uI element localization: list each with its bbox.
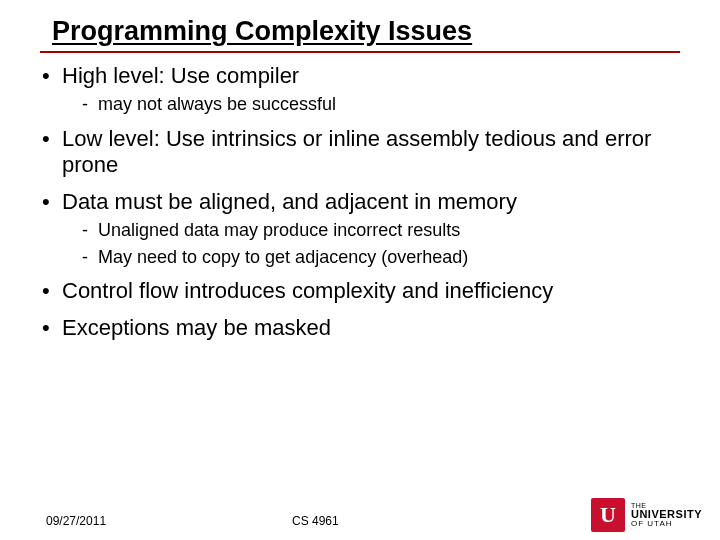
logo-line3: OF UTAH [631, 520, 702, 528]
logo-text: THE UNIVERSITY OF UTAH [631, 502, 702, 528]
university-logo: U THE UNIVERSITY OF UTAH [591, 498, 702, 532]
bullet-list: High level: Use compiler may not always … [40, 63, 680, 341]
slide-title: Programming Complexity Issues [52, 14, 680, 51]
bullet-text: Data must be aligned, and adjacent in me… [62, 189, 517, 214]
bullet-text: High level: Use compiler [62, 63, 299, 88]
title-bar: Programming Complexity Issues [40, 14, 680, 53]
bullet-text: Low level: Use intrinsics or inline asse… [62, 126, 651, 177]
list-item: Low level: Use intrinsics or inline asse… [40, 126, 680, 179]
bullet-text: Exceptions may be masked [62, 315, 331, 340]
list-item: Exceptions may be masked [40, 315, 680, 341]
bullet-text: Control flow introduces complexity and i… [62, 278, 553, 303]
sub-list: Unaligned data may produce incorrect res… [62, 219, 680, 268]
sub-item: Unaligned data may produce incorrect res… [82, 219, 680, 242]
sub-list: may not always be successful [62, 93, 680, 116]
list-item: Data must be aligned, and adjacent in me… [40, 189, 680, 268]
sub-item: may not always be successful [82, 93, 680, 116]
logo-u-icon: U [591, 498, 625, 532]
footer-course: CS 4961 [292, 514, 339, 528]
footer-date: 09/27/2011 [46, 514, 106, 528]
sub-item: May need to copy to get adjacency (overh… [82, 246, 680, 269]
slide: Programming Complexity Issues High level… [0, 0, 720, 540]
list-item: Control flow introduces complexity and i… [40, 278, 680, 304]
list-item: High level: Use compiler may not always … [40, 63, 680, 116]
